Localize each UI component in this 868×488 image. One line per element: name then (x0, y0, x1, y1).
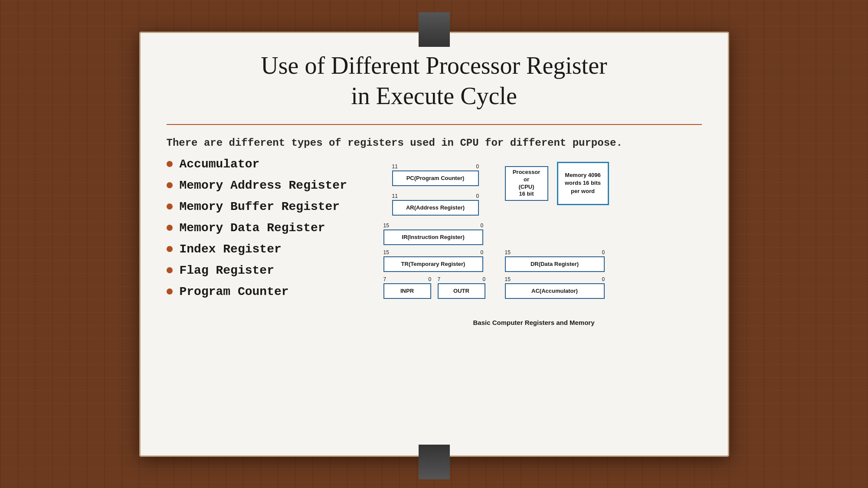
bullet-item: Index Register (167, 242, 349, 256)
memory-box: Memory 4096words 16 bitsper word (557, 162, 609, 205)
diagram-inner: 11 0 PC(Program Counter) 11 0 AR(Address… (366, 157, 618, 314)
slide-title: Use of Different Processor Register in E… (167, 50, 702, 111)
dr-bit-left: 15 (505, 249, 511, 255)
bullet-text: Memory Address Register (180, 179, 347, 192)
title-divider (167, 124, 702, 125)
bullet-dot-icon (167, 203, 173, 210)
bullet-dot-icon (167, 288, 173, 295)
bullet-item: Accumulator (167, 157, 349, 171)
outr-bit-right: 0 (483, 276, 486, 282)
inpr-bit-right: 0 (429, 276, 432, 282)
bullet-text: Memory Data Register (180, 221, 325, 235)
bullet-text: Accumulator (180, 157, 260, 171)
bullet-item: Memory Data Register (167, 221, 349, 235)
ac-register: AC(Accumulator) (505, 283, 605, 299)
bullet-dot-icon (167, 161, 173, 167)
bullet-list: AccumulatorMemory Address RegisterMemory… (167, 157, 349, 306)
outr-bit-left: 7 (438, 276, 441, 282)
bullet-text: Program Counter (180, 285, 289, 298)
bullet-dot-icon (167, 246, 173, 252)
bullet-text: Flag Register (180, 264, 274, 277)
clip-bottom (419, 445, 450, 479)
bullet-dot-icon (167, 267, 173, 273)
tr-register: TR(Temporary Register) (383, 256, 483, 272)
ir-bit-left: 15 (383, 223, 389, 229)
inpr-bit-left: 7 (383, 276, 387, 282)
ac-bit-left: 15 (505, 276, 511, 282)
ir-register: IR(Instruction Register) (383, 229, 483, 245)
clip-top (419, 12, 450, 47)
ac-bit-right: 0 (602, 276, 605, 282)
bullet-dot-icon (167, 225, 173, 231)
slide-frame: Use of Different Processor Register in E… (139, 32, 729, 457)
bullet-item: Flag Register (167, 264, 349, 277)
ar-bit-left: 11 (392, 193, 398, 199)
pc-bit-left: 11 (392, 164, 398, 170)
bullet-dot-icon (167, 182, 173, 188)
processor-box: Processoror(CPU)16 bit (505, 166, 548, 201)
diagram-caption: Basic Computer Registers and Memory (366, 319, 702, 326)
content-area: AccumulatorMemory Address RegisterMemory… (167, 157, 702, 326)
bullet-text: Index Register (180, 242, 282, 256)
tr-bit-right: 0 (481, 249, 484, 255)
bullet-item: Memory Buffer Register (167, 200, 349, 213)
pc-register: PC(Program Counter) (392, 170, 479, 186)
inpr-register: INPR (383, 283, 431, 299)
outr-register: OUTR (438, 283, 485, 299)
bullet-item: Program Counter (167, 285, 349, 298)
dr-bit-right: 0 (602, 249, 605, 255)
dr-register: DR(Data Register) (505, 256, 605, 272)
ar-bit-right: 0 (476, 193, 479, 199)
ar-register: AR(Address Register) (392, 200, 479, 216)
diagram: 11 0 PC(Program Counter) 11 0 AR(Address… (366, 157, 702, 326)
intro-text: There are different types of registers u… (167, 137, 702, 149)
bullet-text: Memory Buffer Register (180, 200, 340, 213)
tr-bit-left: 15 (383, 249, 389, 255)
bullet-item: Memory Address Register (167, 179, 349, 192)
ir-bit-right: 0 (481, 223, 484, 229)
pc-bit-right: 0 (476, 164, 479, 170)
